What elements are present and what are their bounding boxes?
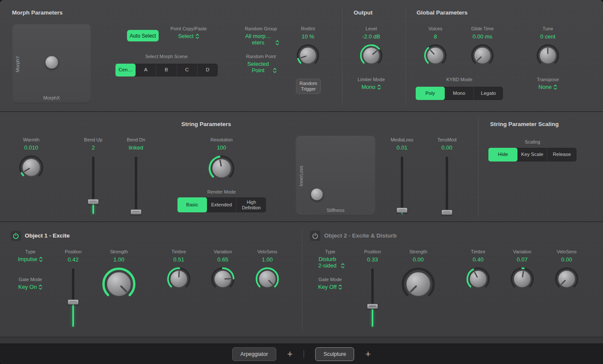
rndint-knob[interactable] (296, 44, 319, 67)
tune-value: 0 cent (540, 33, 555, 40)
chevron-updown-icon (195, 33, 199, 39)
object2-type-label: Type (325, 249, 335, 254)
scene-c-button[interactable]: C (177, 64, 197, 76)
scaling-keyscale-button[interactable]: Key Scale (517, 148, 547, 161)
object1-variation-knob[interactable] (211, 267, 235, 291)
select-morph-scene-label: Select Morph Scene (145, 54, 187, 59)
render-extended-button[interactable]: Extended (207, 197, 236, 212)
glide-time-value: 0.00 ms (473, 33, 492, 40)
divider (478, 116, 479, 217)
string-parameter-scaling-title: String Parameter Scaling (490, 121, 559, 127)
object1-strength-knob[interactable] (102, 267, 136, 301)
random-point-dropdown[interactable]: Selected Point (241, 61, 281, 74)
scaling-label: Scaling (525, 139, 540, 144)
chevron-updown-icon (341, 263, 345, 269)
random-point-label: Random Point (246, 54, 276, 59)
object2-power-button[interactable] (310, 231, 320, 241)
object2-timbre-label: Timbre (471, 249, 485, 254)
object1-timbre-label: Timbre (171, 249, 186, 254)
object1-position-slider[interactable] (68, 269, 79, 327)
level-knob[interactable] (360, 44, 383, 67)
sculpture-plugin-window: Morph Parameters MorphY MorphX Auto Sele… (0, 0, 603, 364)
scaling-release-button[interactable]: Release (547, 148, 576, 161)
object2-type-dropdown[interactable]: Disturb 2-sided (316, 256, 345, 269)
rndint-value: 10 % (302, 33, 314, 40)
random-group-dropdown[interactable]: All morp…eters (241, 33, 281, 46)
scene-d-button[interactable]: D (197, 64, 218, 76)
morph-pad[interactable]: MorphY MorphX (12, 24, 91, 103)
warmth-knob[interactable] (19, 155, 44, 180)
bend-dn-value: linked (129, 144, 143, 151)
kybd-poly-button[interactable]: Poly (416, 87, 445, 100)
object1-timbre-knob[interactable] (167, 267, 191, 291)
stiffness-pad-ball[interactable] (311, 188, 323, 200)
sculpture-plugin-button[interactable]: Sculpture (315, 347, 354, 361)
object1-gate-dropdown[interactable]: Key On (18, 284, 42, 291)
object1-velosens-value: 1.00 (262, 256, 272, 263)
object1-type-dropdown[interactable]: Impulse (18, 256, 43, 263)
object1-velosens-knob[interactable] (255, 267, 279, 291)
random-trigger-button[interactable]: Random Trigger (296, 79, 321, 94)
warmth-value: 0.010 (24, 144, 38, 151)
power-icon (312, 232, 319, 239)
stiffness-pad[interactable]: InnerLoss Stiffness (296, 136, 375, 216)
scene-center-button[interactable]: Cen… (115, 64, 136, 76)
point-copy-paste-dropdown[interactable]: Select (178, 33, 199, 40)
resolution-label: Resolution (210, 137, 233, 142)
morph-x-axis-label: MorphX (12, 95, 91, 100)
transpose-dropdown[interactable]: None (538, 84, 557, 91)
object2-timbre-knob[interactable] (466, 267, 490, 291)
add-plugin-button[interactable]: + (365, 349, 371, 360)
arpeggiator-plugin-button[interactable]: Arpeggiator (232, 347, 276, 361)
auto-select-button[interactable]: Auto Select (127, 30, 159, 41)
transpose-label: Transpose (537, 77, 559, 82)
render-basic-button[interactable]: Basic (177, 197, 207, 212)
divider (304, 350, 304, 358)
voices-knob[interactable] (424, 44, 447, 67)
scene-b-button[interactable]: B (156, 64, 176, 76)
divider (302, 229, 302, 332)
medialoss-label: MediaLoss (390, 137, 413, 142)
object1-variation-value: 0.65 (217, 256, 228, 263)
global-parameters-title: Global Parameters (417, 9, 467, 16)
glide-time-label: Glide Time (471, 26, 494, 31)
morph-pad-ball[interactable] (45, 56, 58, 69)
scaling-segmented: Hide Key Scale Release (488, 148, 576, 161)
object1-type-label: Type (25, 249, 35, 254)
tune-label: Tune (543, 26, 553, 31)
object2-strength-value: 0.00 (413, 256, 423, 263)
innerloss-axis-label: InnerLoss (299, 165, 304, 186)
glide-time-knob[interactable] (471, 44, 494, 67)
medialoss-slider[interactable] (396, 157, 408, 214)
tune-knob[interactable] (536, 44, 559, 67)
point-copy-paste-label: Point Copy/Paste (171, 26, 207, 31)
object1-strength-label: Strength (110, 249, 128, 254)
object2-velosens-value: 0.00 (561, 256, 572, 263)
add-plugin-button[interactable]: + (287, 349, 293, 360)
object2-gate-dropdown[interactable]: Key Off (318, 284, 342, 291)
scene-a-button[interactable]: A (136, 64, 156, 76)
limiter-mode-dropdown[interactable]: Mono (361, 84, 381, 91)
kybd-mono-button[interactable]: Mono (445, 87, 474, 100)
object2-position-label: Position (364, 249, 381, 254)
object1-title: Object 1 - Excite (25, 232, 70, 239)
resolution-value: 100 (217, 144, 226, 151)
limiter-mode-label: Limiter Mode (358, 77, 385, 82)
object2-variation-knob[interactable] (510, 267, 534, 291)
voices-label: Voices (429, 26, 442, 31)
bend-dn-slider[interactable] (130, 157, 142, 214)
object2-velosens-label: VeloSens (557, 249, 576, 254)
object2-position-slider[interactable] (367, 269, 378, 327)
object2-gate-label: Gate Mode (319, 277, 342, 282)
divider (0, 111, 603, 112)
scaling-hide-button[interactable]: Hide (488, 148, 517, 161)
render-highdef-button[interactable]: High Definition (236, 197, 266, 212)
object2-velosens-knob[interactable] (555, 267, 579, 291)
object1-power-button[interactable] (11, 231, 21, 241)
kybd-legato-button[interactable]: Legato (473, 87, 503, 100)
tensmod-slider[interactable] (441, 157, 452, 214)
object2-strength-knob[interactable] (401, 267, 435, 301)
bend-up-slider[interactable] (88, 157, 99, 214)
resolution-knob[interactable] (208, 155, 235, 182)
render-mode-label: Render Mode (207, 189, 236, 194)
